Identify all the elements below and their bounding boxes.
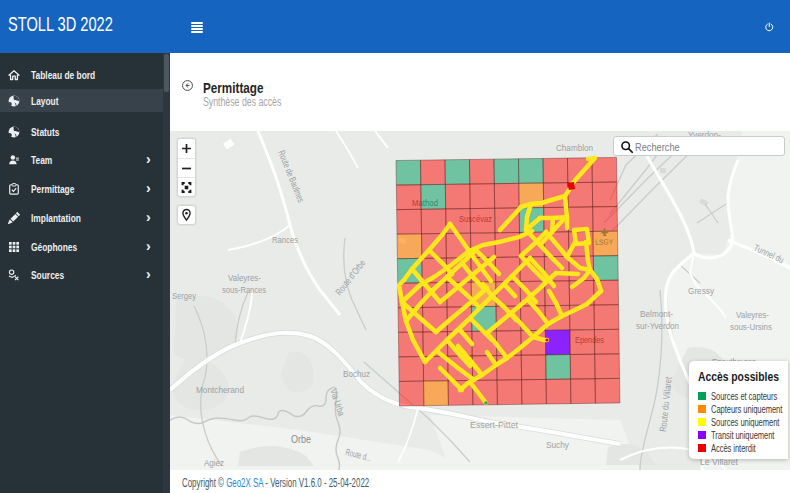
- svg-text:sur-Yverdon: sur-Yverdon: [636, 320, 679, 331]
- svg-text:Orbe: Orbe: [291, 433, 311, 445]
- svg-text:Essert-Pittet: Essert-Pittet: [470, 419, 518, 430]
- svg-text:Bochuz: Bochuz: [343, 368, 370, 379]
- svg-text:Valeyres-: Valeyres-: [228, 272, 261, 283]
- svg-text:sous-Rances: sous-Rances: [222, 284, 266, 295]
- svg-text:Valeyres-: Valeyres-: [736, 309, 769, 320]
- svg-text:Suchy: Suchy: [546, 439, 569, 450]
- svg-text:Montcherand: Montcherand: [196, 384, 244, 395]
- svg-text:Agiez: Agiez: [204, 457, 224, 468]
- svg-text:Rances: Rances: [272, 234, 298, 245]
- svg-text:Chamblon: Chamblon: [556, 142, 593, 153]
- svg-text:LSGY: LSGY: [595, 237, 613, 246]
- svg-text:Belmont-: Belmont-: [640, 308, 673, 319]
- svg-text:Sergey: Sergey: [172, 290, 196, 301]
- svg-text:sous-Ursins: sous-Ursins: [730, 321, 772, 332]
- svg-text:Gressy: Gressy: [688, 285, 714, 296]
